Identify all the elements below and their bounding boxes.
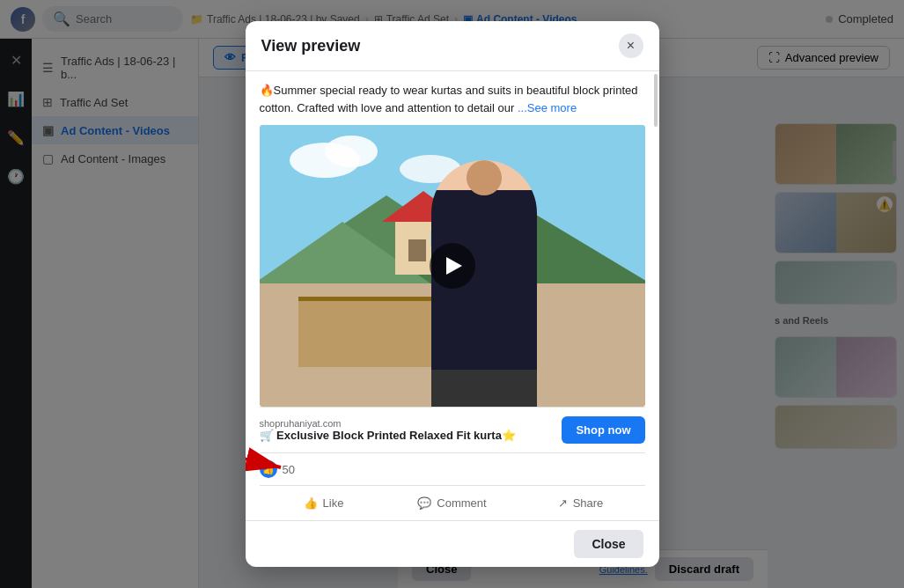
share-action-icon: ↗ [558,496,568,510]
like-icon: 👍 [260,460,277,478]
modal-footer: Close [246,520,659,567]
comment-action-icon: 💬 [417,496,431,510]
fb-post: 🔥Summer special ready to wear kurtas and… [246,71,659,520]
post-reactions: 👍 50 [260,452,645,486]
play-button[interactable] [430,243,475,289]
modal-header: View preview × [246,21,659,71]
post-image[interactable] [260,125,645,407]
svg-point-2 [325,136,378,167]
post-shop-title: 🛒 Exclusive Block Printed Relaxed Fit ku… [260,429,562,442]
post-actions: 👍 Like 💬 Comment ↗ Share [260,486,645,520]
modal-overlay: View preview × 🔥Summer special ready to … [0,0,904,588]
like-action-label: Like [323,496,344,510]
modal-close-button-footer[interactable]: Close [574,530,643,558]
post-text: 🔥Summer special ready to wear kurtas and… [260,82,645,116]
post-cta: shopruhaniyat.com 🛒 Exclusive Block Prin… [260,407,645,452]
view-preview-modal: View preview × 🔥Summer special ready to … [246,21,659,567]
see-more-link[interactable]: ...See more [518,101,577,114]
post-domain: shopruhaniyat.com [260,418,562,429]
reaction-count: 50 [283,463,295,476]
like-action-button[interactable]: 👍 Like [260,489,388,517]
modal-body: 🔥Summer special ready to wear kurtas and… [246,71,659,520]
modal-title: View preview [261,37,361,55]
play-triangle-icon [446,257,462,275]
comment-action-button[interactable]: 💬 Comment [388,489,517,517]
shop-now-button[interactable]: Shop now [562,416,644,444]
share-action-label: Share [573,496,604,510]
share-action-button[interactable]: ↗ Share [517,489,645,517]
comment-action-label: Comment [437,496,486,510]
modal-scrollbar [654,74,658,127]
post-shop-info: shopruhaniyat.com 🛒 Exclusive Block Prin… [260,418,562,442]
post-text-content: 🔥Summer special ready to wear kurtas and… [260,84,638,114]
modal-close-button[interactable]: × [619,33,643,58]
like-action-icon: 👍 [304,496,318,510]
